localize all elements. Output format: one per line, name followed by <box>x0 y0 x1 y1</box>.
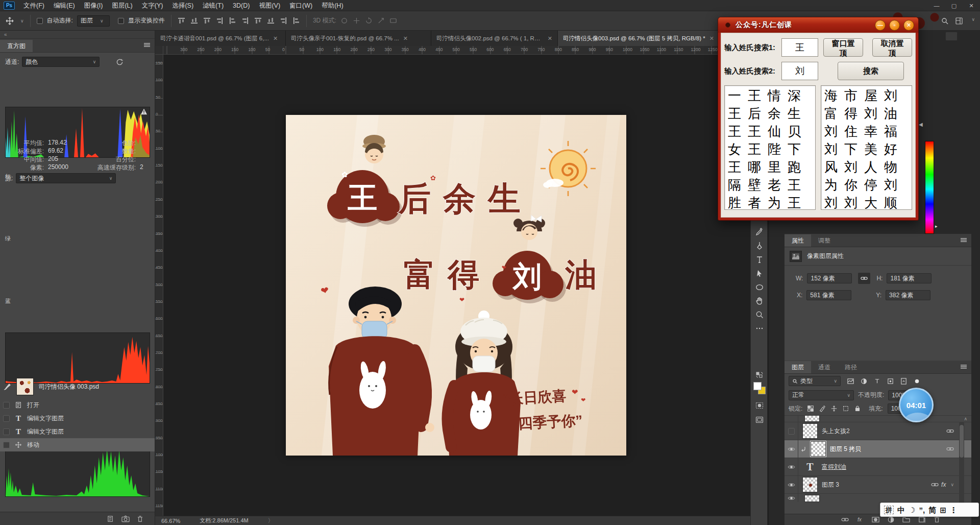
refresh-icon[interactable] <box>116 58 124 66</box>
surname1-input[interactable] <box>781 38 818 57</box>
result-item[interactable]: 刘下美好 <box>824 140 912 158</box>
menu-item-滤镜(T)[interactable]: 滤镜(T) <box>198 0 228 11</box>
tab-histogram[interactable]: 直方图 <box>0 40 33 52</box>
history-brush-icon[interactable] <box>3 383 11 391</box>
align-icon-5[interactable] <box>241 17 249 24</box>
text-filter-icon[interactable] <box>873 377 881 385</box>
layer-visible-icon[interactable] <box>785 440 798 458</box>
align-icon-3[interactable] <box>216 17 224 24</box>
result-item[interactable]: 胜者为王 <box>728 194 815 210</box>
menu-item-选择(S)[interactable]: 选择(S) <box>167 0 198 11</box>
h-field[interactable]: 181 像素 <box>887 273 932 283</box>
lock-transparency-icon[interactable] <box>807 405 814 412</box>
layers-scrollbar[interactable] <box>959 422 964 514</box>
layer-link-icon[interactable] <box>946 428 954 434</box>
history-checkbox[interactable] <box>3 402 10 409</box>
new-document-from-state-icon[interactable] <box>107 515 114 522</box>
ime-item-1[interactable]: 中 <box>897 506 905 514</box>
result-item[interactable]: 隔壁老王 <box>728 176 815 194</box>
auto-select-checkbox[interactable] <box>37 18 43 24</box>
adjustment-layer-icon[interactable] <box>887 516 895 523</box>
layer-row-图层 3[interactable]: 图层 3fx∨ <box>785 476 971 494</box>
result-item[interactable]: 王后余生 <box>728 105 815 123</box>
surname2-input[interactable] <box>781 62 818 80</box>
maximize-button[interactable]: ▢ <box>945 0 963 11</box>
search-button[interactable]: 搜索 <box>838 62 904 80</box>
layers-scrollbar-thumb[interactable] <box>960 425 964 458</box>
ime-item-5[interactable]: ⊞ <box>940 506 946 514</box>
history-checkbox[interactable] <box>3 442 10 448</box>
layer-style-icon[interactable]: fx <box>856 516 864 523</box>
align-icon-1[interactable] <box>190 17 198 24</box>
collapsed-panel-icon[interactable] <box>945 32 958 41</box>
result-item[interactable]: 富得刘油 <box>824 105 912 123</box>
panel-menu-icon[interactable] <box>960 237 967 243</box>
filter-toggle-icon[interactable] <box>913 377 921 385</box>
layer-fx-chevron-icon[interactable]: ∨ <box>950 482 954 487</box>
lock-artboard-icon[interactable] <box>842 405 849 412</box>
menu-item-编辑(E)[interactable]: 编辑(E) <box>49 0 80 11</box>
result-item[interactable]: 刘住幸福 <box>824 123 912 140</box>
document-tab-3[interactable]: 司泞情侣头像002.psd @ 66.7% ( 1, RGB...✕ <box>431 31 558 46</box>
workspace-icon[interactable] <box>955 17 963 25</box>
screen-mode-icon[interactable] <box>754 415 765 425</box>
zoom-level[interactable]: 66.67% <box>161 518 180 524</box>
foreground-color-swatch[interactable] <box>753 382 762 390</box>
ime-item-3[interactable]: ”, <box>919 506 925 514</box>
eyedropper-tool[interactable] <box>754 227 765 237</box>
plugin-titlebar[interactable]: 公众号:凡仁创课 —▫✕ <box>718 17 918 33</box>
link-layers-icon[interactable] <box>841 516 849 523</box>
history-snapshot-thumbnail[interactable] <box>16 378 34 395</box>
layer-fx-icon[interactable]: fx <box>941 481 946 488</box>
history-item-编辑文字图层[interactable]: T编辑文字图层 <box>0 412 155 425</box>
x-field[interactable]: 581 像素 <box>806 290 851 300</box>
delete-layer-icon[interactable] <box>933 516 941 523</box>
layer-link-icon[interactable] <box>931 482 939 487</box>
plugin-minimize-button[interactable]: — <box>875 20 886 31</box>
tab-close-icon[interactable]: ✕ <box>548 35 552 42</box>
workspace-chevron-icon[interactable]: ∨ <box>971 17 975 25</box>
swap-colors-icon[interactable] <box>754 370 765 380</box>
channel-dropdown[interactable]: 颜色∨ <box>22 57 100 67</box>
tab-close-icon[interactable]: ✕ <box>709 35 714 42</box>
panel-expand-arrow-icon[interactable]: ◀ <box>919 122 923 127</box>
source-dropdown[interactable]: 整个图像∨ <box>16 173 116 183</box>
warning-icon[interactable] <box>140 108 148 115</box>
tab-close-icon[interactable]: ✕ <box>273 35 278 42</box>
zoom-tool[interactable] <box>754 309 765 320</box>
lock-all-icon[interactable] <box>854 405 861 412</box>
spectrum-marker-icon[interactable]: ▸ <box>935 224 938 229</box>
history-checkbox[interactable] <box>3 428 10 435</box>
layer-link-icon[interactable] <box>946 446 954 451</box>
more-tool[interactable] <box>754 323 765 333</box>
ime-item-0[interactable]: 拼 <box>884 506 894 514</box>
color-swatches[interactable] <box>753 382 767 395</box>
history-snapshot-row[interactable]: 司泞情侣头像 003.psd <box>0 376 155 397</box>
search-icon[interactable] <box>941 17 949 25</box>
layer-filter-dropdown[interactable]: 类型∨ <box>789 376 841 386</box>
menu-item-窗口(W)[interactable]: 窗口(W) <box>285 0 317 11</box>
pixel-filter-icon[interactable] <box>847 377 854 385</box>
type-tool[interactable] <box>754 254 765 265</box>
plugin-maximize-button[interactable]: ▫ <box>889 20 900 31</box>
ime-item-6[interactable]: ⋮ <box>950 506 958 514</box>
add-mask-icon[interactable] <box>872 516 879 523</box>
ime-toolbar[interactable]: 拼中☽”,简⊞⋮ <box>880 503 979 517</box>
menu-item-帮助(H)[interactable]: 帮助(H) <box>317 0 348 11</box>
align-icon-9[interactable] <box>292 17 300 24</box>
result-item[interactable]: 为你停刘 <box>824 176 912 194</box>
scroll-up-icon[interactable]: ∧ <box>964 416 967 421</box>
result-item[interactable]: 女王陛下 <box>728 140 815 158</box>
history-checkbox[interactable] <box>3 415 10 422</box>
results-list-1[interactable]: 一王情深王后余生王王仙贝女王陛下王哪里跑隔壁老王胜者为王 <box>724 85 816 210</box>
panel-menu-icon[interactable] <box>143 42 151 48</box>
panel-collapse[interactable]: « <box>0 31 155 39</box>
result-item[interactable]: 一王情深 <box>728 87 815 105</box>
layer-thumbnail[interactable] <box>802 423 818 439</box>
align-icon-2[interactable] <box>203 17 211 24</box>
align-icon-7[interactable] <box>267 17 275 24</box>
ime-item-2[interactable]: ☽ <box>909 506 915 514</box>
pen-tool[interactable] <box>754 241 765 251</box>
y-field[interactable]: 382 像素 <box>886 290 930 300</box>
show-transform-checkbox[interactable] <box>118 18 124 24</box>
